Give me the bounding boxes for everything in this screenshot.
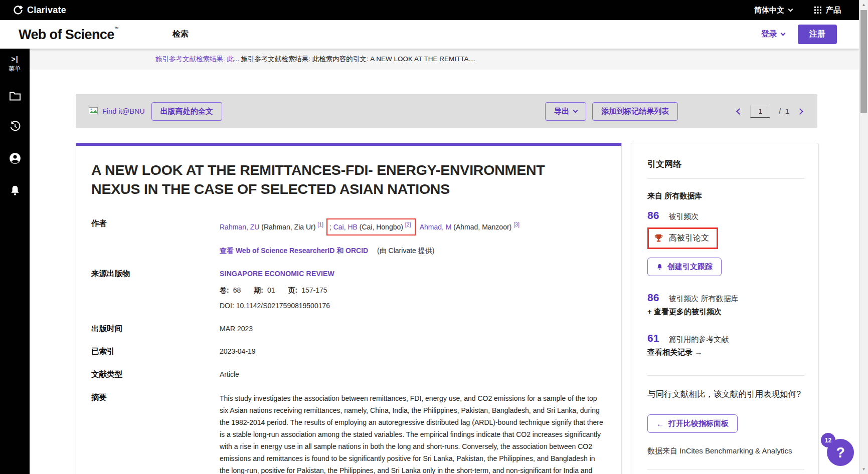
nav-tab-search[interactable]: 检索 xyxy=(172,29,189,40)
peer-comparison-question: 与同行文献相比，该文献的引用表现如何? xyxy=(647,388,804,401)
citation-network-heading: 引文网络 xyxy=(647,158,804,170)
chevron-down-icon xyxy=(573,108,578,113)
pagination-total: 1 xyxy=(785,107,789,115)
export-button[interactable]: 导出 xyxy=(545,102,586,121)
author-link-rahman[interactable]: Rahman, ZU xyxy=(220,223,259,231)
findit-link[interactable]: Find it@BNU xyxy=(89,107,145,115)
site-header: Web of Science™ 检索 登录 注册 xyxy=(0,20,859,49)
create-citation-alert-button[interactable]: 创建引文跟踪 xyxy=(647,258,722,276)
top-app-bar: Clarivate 简体中文 产品 xyxy=(0,0,859,20)
author-separator: ; xyxy=(329,223,331,231)
volume-value: 68 xyxy=(233,285,241,296)
authors-label: 作者 xyxy=(91,218,220,256)
all-db-cited-label: 被引频次 所有数据库 xyxy=(668,294,738,304)
related-records-label: 查看相关记录 xyxy=(647,348,692,356)
clarivate-brand[interactable]: Clarivate xyxy=(13,5,66,16)
page-content: 施引参考文献检索结果: 此... 施引参考文献检索结果: 此检索内容的引文: A… xyxy=(30,49,859,474)
author-affiliation-sup[interactable]: [3] xyxy=(513,221,519,227)
journal-link[interactable]: SINGAPORE ECONOMIC REVIEW xyxy=(220,269,336,280)
researcher-id-link[interactable]: 查看 Web of Science ResearcherID 和 ORCID xyxy=(220,247,368,255)
vertical-scrollbar[interactable]: ▲ ▼ xyxy=(859,0,868,474)
clarivate-logo-icon xyxy=(13,5,23,15)
indexed-value: 2023-04-19 xyxy=(220,346,256,357)
highly-cited-label: 高被引论文 xyxy=(669,233,709,244)
scroll-down-arrow-icon[interactable]: ▼ xyxy=(859,467,868,471)
products-menu[interactable]: 产品 xyxy=(814,6,841,15)
times-cited-count[interactable]: 86 xyxy=(647,209,659,221)
article-record-card: A NEW LOOK AT THE REMITTANCES-FDI- ENERG… xyxy=(76,143,622,474)
author-affiliation-sup[interactable]: [2] xyxy=(405,221,411,227)
expand-menu-icon[interactable]: >| xyxy=(9,55,21,63)
scroll-up-arrow-icon[interactable]: ▲ xyxy=(859,3,868,7)
indexed-label: 已索引 xyxy=(91,346,220,357)
cited-references-row: 61 篇引用的参考文献 xyxy=(647,332,804,344)
broken-image-icon xyxy=(89,107,99,115)
folder-icon[interactable] xyxy=(9,91,21,103)
chevron-down-icon xyxy=(781,31,786,36)
published-row: 出版时间 MAR 2023 xyxy=(91,324,603,335)
pagination-separator: / xyxy=(779,107,781,115)
view-more-citations-link[interactable]: + 查看更多的被引频次 xyxy=(647,307,804,317)
breadcrumb-back-link[interactable]: 施引参考文献检索结果: 此... xyxy=(155,55,239,64)
previous-page-icon[interactable] xyxy=(736,108,743,115)
pages-value: 157-175 xyxy=(301,285,327,296)
highlighted-author-box: ; Cai, HB (Cai, Hongbo) [2] xyxy=(326,218,416,235)
author-affiliation-sup[interactable]: [1] xyxy=(317,221,323,227)
login-label: 登录 xyxy=(761,29,777,40)
alert-bell-icon xyxy=(656,263,663,271)
researcher-id-note: (由 Clarivate 提供) xyxy=(377,247,434,255)
trademark-symbol: ™ xyxy=(114,26,118,31)
brand-name: Clarivate xyxy=(27,5,66,16)
language-selector[interactable]: 简体中文 xyxy=(754,6,792,15)
arrow-left-icon: ← xyxy=(656,419,664,428)
add-to-marked-list-button[interactable]: 添加到标记结果列表 xyxy=(592,102,678,121)
register-button[interactable]: 注册 xyxy=(798,25,837,44)
doi-line: DOI: 10.1142/S0217590819500176 xyxy=(220,301,336,312)
author-link-cai[interactable]: Cai, HB xyxy=(333,223,358,231)
published-label: 出版时间 xyxy=(91,324,220,335)
published-value: MAR 2023 xyxy=(220,324,253,335)
publisher-fulltext-button[interactable]: 出版商处的全文 xyxy=(151,102,222,121)
cited-references-count[interactable]: 61 xyxy=(647,332,659,344)
chevron-down-icon xyxy=(788,7,793,12)
history-icon[interactable] xyxy=(9,120,21,134)
divider xyxy=(647,178,804,179)
question-icon: ? xyxy=(836,444,845,461)
divider xyxy=(647,375,804,376)
login-menu[interactable]: 登录 xyxy=(761,29,785,40)
volume-issue-pages: 卷: 68 期: 01 页: 157-175 xyxy=(220,285,336,296)
scrollbar-thumb[interactable] xyxy=(860,10,867,113)
researcher-id-line: 查看 Web of Science ResearcherID 和 ORCID (… xyxy=(220,246,519,257)
record-toolbar: Find it@BNU 出版商处的全文 导出 添加到标记结果列表 / 1 xyxy=(76,94,817,128)
trophy-icon xyxy=(653,233,664,244)
arrow-right-icon: → xyxy=(695,348,702,356)
abstract-label: 摘要 xyxy=(91,392,220,474)
web-of-science-logo[interactable]: Web of Science™ xyxy=(19,26,118,43)
abstract-row: 摘要 This study investigates the associati… xyxy=(91,392,603,474)
bell-icon[interactable] xyxy=(10,184,21,198)
page-number-input[interactable] xyxy=(750,105,770,118)
next-page-icon[interactable] xyxy=(797,108,803,115)
doi-label: DOI: xyxy=(220,302,234,310)
authors-row: 作者 Rahman, ZU (Rahman, Zia Ur) [1] ; Cai… xyxy=(91,218,603,256)
incites-data-source: 数据来自 InCites Benchmarking & Analytics xyxy=(647,446,804,456)
issue-label: 期: xyxy=(254,285,263,296)
help-widget: 12 ? xyxy=(821,433,854,466)
doctype-label: 文献类型 xyxy=(91,369,220,380)
article-title: A NEW LOOK AT THE REMITTANCES-FDI- ENERG… xyxy=(91,161,563,198)
doctype-row: 文献类型 Article xyxy=(91,369,603,380)
plus-icon: + xyxy=(647,307,652,316)
open-panel-label: 打开比较指标面板 xyxy=(668,419,729,428)
breadcrumb: 施引参考文献检索结果: 此... 施引参考文献检索结果: 此检索内容的引文: A… xyxy=(30,49,859,70)
all-db-cited-count[interactable]: 86 xyxy=(647,292,659,304)
logo-text: Web of Science xyxy=(19,27,114,42)
author-fullname: (Ahmad, Manzoor) xyxy=(453,223,511,231)
indexed-row: 已索引 2023-04-19 xyxy=(91,346,603,357)
help-button[interactable]: ? xyxy=(827,439,854,466)
grid-icon xyxy=(814,7,821,14)
products-label: 产品 xyxy=(826,6,841,15)
author-link-ahmad[interactable]: Ahmad, M xyxy=(420,223,452,231)
open-comparison-panel-button[interactable]: ← 打开比较指标面板 xyxy=(647,414,738,433)
related-records-link[interactable]: 查看相关记录 → xyxy=(647,348,804,357)
account-icon[interactable] xyxy=(9,152,22,167)
